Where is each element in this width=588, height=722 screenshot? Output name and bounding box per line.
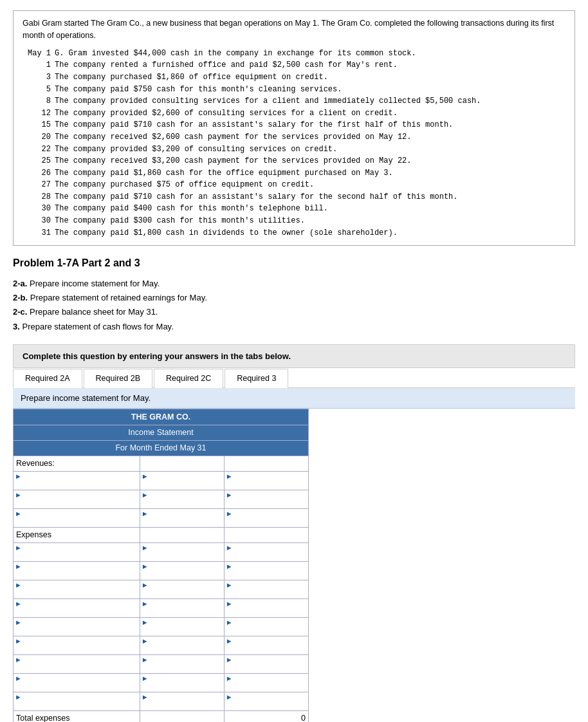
expense-amount-input-1[interactable] [142, 552, 223, 561]
revenue-name-input-1[interactable] [15, 481, 138, 490]
transaction-row: 26 The company paid $1,860 cash for the … [23, 167, 565, 180]
transaction-row: 20 The company received $2,600 cash paym… [23, 131, 565, 143]
expense-total-input-6[interactable] [226, 645, 307, 654]
expense-name-input-3[interactable] [15, 589, 138, 598]
intro-text: Gabi Gram started The Gram Co., a new bu… [23, 17, 565, 42]
transaction-row: 30 The company paid $400 cash for this m… [23, 203, 565, 215]
transaction-row: 15 The company paid $710 cash for an ass… [23, 119, 565, 131]
revenue-total-col-3[interactable]: ► [224, 508, 308, 527]
revenue-total-input-1[interactable] [226, 481, 307, 490]
expense-name-input-7[interactable] [15, 664, 138, 673]
expense-total-input-2[interactable] [226, 571, 307, 580]
expense-row-1: ► ► ► [14, 542, 309, 561]
expense-total-input-9[interactable] [226, 701, 307, 710]
tab-required-2b[interactable]: Required 2B [84, 369, 153, 388]
expense-name-input-9[interactable] [15, 701, 138, 710]
period-row: For Month Ended May 31 [14, 440, 309, 456]
expense-name-input-5[interactable] [15, 627, 138, 636]
income-statement-table: THE GRAM CO. Income Statement For Month … [13, 409, 309, 722]
transaction-row: 3 The company purchased $1,860 of office… [23, 71, 565, 84]
expense-row-8: ► ► ► [14, 673, 309, 692]
revenues-label: Revenues: [14, 456, 140, 471]
revenue-label-1[interactable]: ► [14, 471, 140, 490]
expense-amount-input-7[interactable] [142, 664, 223, 673]
expense-name-input-1[interactable] [15, 552, 138, 561]
transaction-row: 30 The company paid $300 cash for this m… [23, 215, 565, 227]
revenue-name-input-3[interactable] [15, 518, 138, 527]
expense-name-input-6[interactable] [15, 645, 138, 654]
instruction-2a: 2-a. Prepare income statement for May. [13, 277, 575, 291]
tab-required-3[interactable]: Required 3 [225, 369, 288, 388]
expense-amount-input-8[interactable] [142, 683, 223, 692]
tab-required-2c[interactable]: Required 2C [154, 369, 223, 388]
revenue-row-3: ► ► ► [14, 508, 309, 527]
revenue-amount-input-2[interactable] [142, 499, 223, 508]
transaction-row: 27 The company purchased $75 of office e… [23, 179, 565, 191]
period-cell: For Month Ended May 31 [14, 440, 309, 456]
description-box: Gabi Gram started The Gram Co., a new bu… [13, 10, 575, 246]
transaction-row: May 1 G. Gram invested $44,000 cash in t… [23, 48, 565, 60]
expense-amount-input-4[interactable] [142, 608, 223, 617]
revenue-amount-input-3[interactable] [142, 518, 223, 527]
transactions-list: May 1 G. Gram invested $44,000 cash in t… [23, 48, 565, 239]
expense-total-input-5[interactable] [226, 627, 307, 636]
company-name-row: THE GRAM CO. [14, 409, 309, 425]
instruction-bar: Prepare income statement for May. [13, 388, 575, 409]
revenue-amount-col1-3[interactable]: ► [140, 508, 224, 527]
instruction-3: 3. Prepare statement of cash flows for M… [13, 320, 575, 334]
expense-amount-input-9[interactable] [142, 701, 223, 710]
expense-amount-input-6[interactable] [142, 645, 223, 654]
expense-total-input-8[interactable] [226, 683, 307, 692]
transaction-row: 12 The company provided $2,600 of consul… [23, 107, 565, 120]
revenue-name-input-2[interactable] [15, 499, 138, 508]
expense-row-4: ► ► ► [14, 598, 309, 617]
total-expenses-value: 0 [224, 710, 308, 722]
instruction-2c: 2-c. Prepare balance sheet for May 31. [13, 305, 575, 319]
revenues-col2 [224, 456, 308, 471]
expenses-col1 [140, 527, 224, 542]
total-expenses-col1 [140, 710, 224, 722]
transaction-row: 31 The company paid $1,800 cash in divid… [23, 227, 565, 239]
revenue-row-1: ► ► ► [14, 471, 309, 490]
expenses-label-row: Expenses [14, 527, 309, 542]
transaction-row: 28 The company paid $710 cash for an ass… [23, 191, 565, 203]
revenue-total-col-2[interactable]: ► [224, 490, 308, 508]
transaction-row: 1 The company rented a furnished office … [23, 59, 565, 71]
expense-row-6: ► ► ► [14, 636, 309, 654]
expense-amount-input-2[interactable] [142, 571, 223, 580]
expense-name-input-8[interactable] [15, 683, 138, 692]
expense-name-input-4[interactable] [15, 608, 138, 617]
revenue-amount-col1-2[interactable]: ► [140, 490, 224, 508]
statement-name-cell: Income Statement [14, 425, 309, 440]
transaction-row: 25 The company received $3,200 cash paym… [23, 155, 565, 167]
revenue-total-input-2[interactable] [226, 499, 307, 508]
expense-name-input-2[interactable] [15, 571, 138, 580]
expense-amount-input-3[interactable] [142, 589, 223, 598]
expenses-label: Expenses [14, 527, 140, 542]
expense-total-input-4[interactable] [226, 608, 307, 617]
transaction-row: 22 The company provided $3,200 of consul… [23, 143, 565, 156]
revenue-amount-input-1[interactable] [142, 481, 223, 490]
expense-amount-input-5[interactable] [142, 627, 223, 636]
revenue-row-2: ► ► ► [14, 490, 309, 508]
expense-row-7: ► ► ► [14, 654, 309, 673]
statement-name-row: Income Statement [14, 425, 309, 440]
revenue-total-input-3[interactable] [226, 518, 307, 527]
total-expenses-row: Total expenses 0 [14, 710, 309, 722]
problem-title: Problem 1-7A Part 2 and 3 [13, 257, 575, 269]
revenues-label-row: Revenues: [14, 456, 309, 471]
tab-required-2a[interactable]: Required 2A [13, 369, 82, 388]
revenue-total-col-1[interactable]: ► [224, 471, 308, 490]
expense-row-2: ► ► ► [14, 561, 309, 580]
income-statement-container: THE GRAM CO. Income Statement For Month … [13, 409, 309, 722]
expense-total-input-7[interactable] [226, 664, 307, 673]
revenue-label-2[interactable]: ► [14, 490, 140, 508]
expense-total-input-1[interactable] [226, 552, 307, 561]
revenue-amount-col1-1[interactable]: ► [140, 471, 224, 490]
expense-row-3: ► ► ► [14, 580, 309, 598]
expenses-col2 [224, 527, 308, 542]
revenue-label-3[interactable]: ► [14, 508, 140, 527]
company-name-cell: THE GRAM CO. [14, 409, 309, 425]
expense-total-input-3[interactable] [226, 589, 307, 598]
transaction-row: 5 The company paid $750 cash for this mo… [23, 84, 565, 96]
